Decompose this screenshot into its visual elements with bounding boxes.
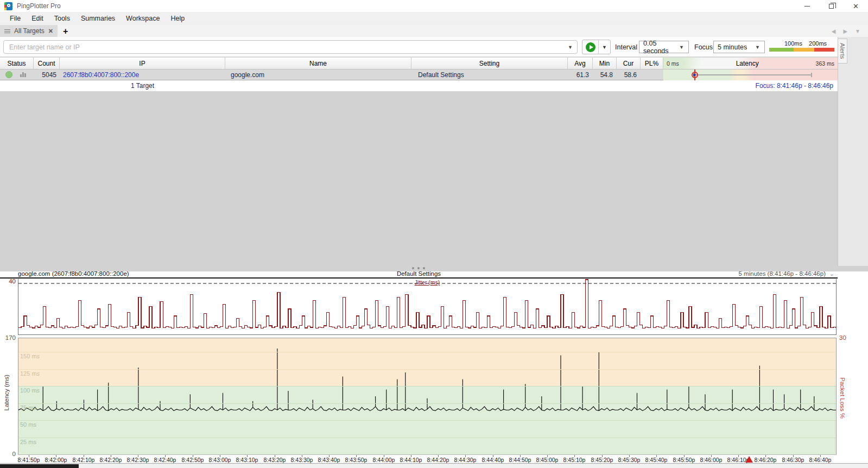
header-ip[interactable]: IP (60, 58, 225, 69)
pl-cell (641, 69, 663, 80)
menu-item-file[interactable]: File (4, 13, 26, 24)
menu-item-edit[interactable]: Edit (26, 13, 49, 24)
tab-scroll-left-icon[interactable]: ◀ (832, 28, 836, 34)
minimize-button[interactable] (795, 0, 819, 12)
time-label: 8:46:40p (809, 457, 832, 463)
chevron-down-icon[interactable]: ⌄ (829, 270, 834, 277)
graph-panel-header: google.com (2607:f8b0:4007:800::200e) De… (0, 271, 838, 279)
focus-value: 5 minutes (714, 43, 751, 51)
gridline-label-25ms: 25 ms (20, 439, 36, 445)
play-icon (586, 42, 595, 52)
scrollbar-thumb[interactable] (0, 464, 79, 468)
header-count[interactable]: Count (34, 58, 60, 69)
play-split-button: ▼ (582, 40, 611, 54)
time-label: 8:46:00p (700, 457, 723, 463)
packetloss-axis-title: Packet Loss % (839, 377, 846, 419)
alert-marker-icon[interactable] (745, 456, 753, 463)
menu-item-summaries[interactable]: Summaries (75, 13, 121, 24)
latency-scale-max: 363 ms (816, 60, 834, 67)
alerts-tab[interactable]: Alerts (838, 39, 847, 64)
gridline-label-75ms: 75 ms (20, 404, 36, 411)
gridline-25ms (18, 438, 836, 438)
header-status[interactable]: Status (0, 58, 34, 69)
latency-ymax-label: 170 (1, 334, 16, 341)
time-label: 8:45:20p (591, 457, 613, 463)
close-button[interactable]: ✕ (844, 0, 868, 12)
time-label: 8:44:10p (400, 457, 422, 463)
restore-button[interactable] (819, 0, 844, 12)
packetloss-ymax-label: 30 (839, 334, 846, 341)
graph-toggle-icon[interactable] (20, 72, 26, 77)
gridline-150ms (18, 352, 836, 352)
target-dropdown-icon[interactable]: ▼ (563, 45, 577, 50)
time-axis: 8:41:50p8:42:00p8:42:10p8:42:20p8:42:30p… (0, 455, 868, 464)
interval-select[interactable]: 0.05 seconds ▼ (639, 41, 689, 53)
latency-series (18, 338, 836, 454)
new-tab-button[interactable]: + (63, 26, 68, 37)
header-name[interactable]: Name (225, 58, 411, 69)
tab-all-targets[interactable]: All Targets ✕ (0, 25, 58, 37)
header-cur[interactable]: Cur (617, 58, 641, 69)
focus-select[interactable]: 5 minutes ▼ (713, 41, 765, 53)
jitter-plot[interactable]: Jitter (ms) (18, 279, 837, 335)
header-min[interactable]: Min (593, 58, 617, 69)
tab-scroll-right-icon[interactable]: ▶ (843, 28, 847, 34)
header-latency[interactable]: 0 ms Latency 363 ms (663, 58, 838, 69)
latency-scale-bar[interactable] (769, 48, 834, 52)
time-label: 8:42:30p (127, 457, 149, 463)
latency-plot[interactable]: 150 ms125 ms100 ms75 ms50 ms25 ms (18, 338, 837, 455)
time-label: 8:43:10p (236, 457, 258, 463)
menu-item-tools[interactable]: Tools (49, 13, 75, 24)
time-label: 8:44:20p (427, 457, 449, 463)
target-input[interactable] (4, 43, 563, 51)
ip-link[interactable]: 2607:f8b0:4007:800::200e (60, 69, 225, 80)
header-setting[interactable]: Setting (411, 58, 568, 69)
horizontal-scrollbar[interactable] (0, 463, 868, 468)
latency-sparkline-cell[interactable] (663, 69, 838, 80)
latency-range-end-tick (811, 73, 812, 77)
setting-cell[interactable]: Default Settings (411, 69, 568, 80)
gridline-label-125ms: 125 ms (20, 370, 40, 377)
time-label: 8:42:10p (73, 457, 95, 463)
play-dropdown-icon[interactable]: ▼ (598, 40, 610, 54)
time-label: 8:41:50p (18, 457, 40, 463)
time-label: 8:42:20p (100, 457, 122, 463)
summary-line: 1 Target Focus: 8:41:46p - 8:46:46p (0, 80, 838, 91)
header-pl[interactable]: PL% (641, 58, 663, 69)
latency-scale-widget[interactable]: 100ms 200ms (769, 40, 834, 53)
latency-scale-labels: 100ms 200ms (769, 40, 834, 47)
latency-range-line (695, 74, 813, 75)
title-bar: PingPlotter Pro ✕ (0, 0, 868, 12)
target-row[interactable]: 5045 2607:f8b0:4007:800::200e google.com… (0, 69, 838, 80)
tab-list-icon[interactable]: ▼ (855, 28, 860, 34)
time-label: 8:43:50p (345, 457, 368, 463)
graph-range-selector[interactable]: 5 minutes (8:41:46p - 8:46:46p) (739, 270, 826, 277)
scale-100ms-label: 100ms (784, 40, 802, 47)
header-avg[interactable]: Avg (568, 58, 593, 69)
toolbar: ▼ ▼ Interval 0.05 seconds ▼ Focus 5 minu… (0, 37, 868, 57)
target-combo: ▼ (3, 40, 578, 54)
time-label: 8:43:30p (291, 457, 313, 463)
menu-item-help[interactable]: Help (165, 13, 190, 24)
time-label: 8:45:50p (673, 457, 695, 463)
target-count: 1 Target (60, 82, 225, 90)
tab-close-icon[interactable]: ✕ (48, 28, 53, 35)
time-label: 8:42:50p (182, 457, 204, 463)
menu-item-workspace[interactable]: Workspace (121, 13, 165, 24)
min-cell: 54.8 (593, 69, 617, 80)
tab-nav: ◀ ▶ ▼ (832, 25, 868, 37)
interval-dropdown-icon: ▼ (675, 45, 688, 50)
count-cell: 5045 (34, 69, 60, 80)
latency-scale-min: 0 ms (667, 60, 679, 67)
cur-cell: 58.6 (617, 69, 641, 80)
jitter-ymax-label: 40 (2, 278, 16, 284)
splitter-drag-handle[interactable] (412, 267, 425, 269)
tab-bar: All Targets ✕ + ◀ ▶ ▼ (0, 25, 868, 37)
time-label: 8:44:50p (509, 457, 531, 463)
time-label: 8:45:40p (645, 457, 668, 463)
play-button[interactable] (582, 40, 598, 54)
workspace-background (0, 91, 838, 266)
window-title: PingPlotter Pro (17, 2, 61, 10)
time-label: 8:45:00p (536, 457, 559, 463)
name-cell[interactable]: google.com (225, 69, 411, 80)
